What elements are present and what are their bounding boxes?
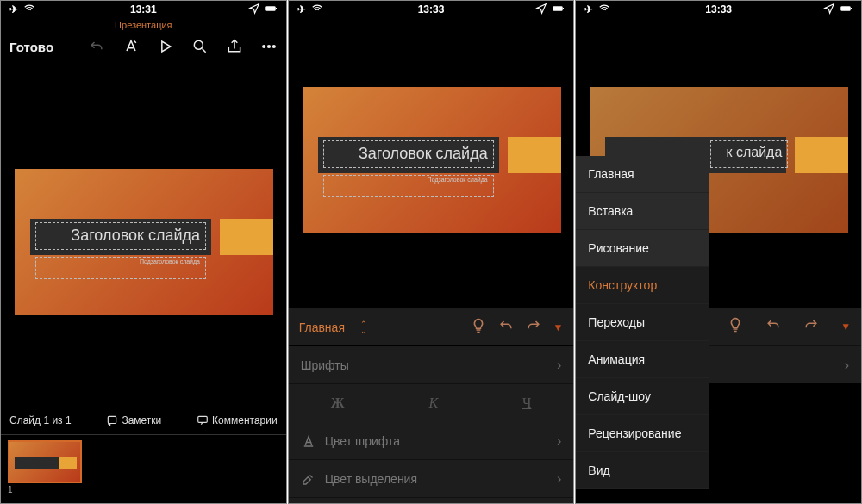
ribbon-row-wordart[interactable]: Стили WordArt ›	[289, 498, 574, 504]
play-icon[interactable]	[157, 37, 174, 56]
slide-title-placeholder[interactable]: Заголовок слайда	[359, 145, 488, 163]
redo-icon[interactable]	[803, 316, 820, 337]
svg-point-4	[268, 46, 271, 48]
screen-3: ✈ 13:33 к слайда	[575, 0, 862, 504]
menu-item-view[interactable]: Вид	[576, 452, 709, 489]
search-icon[interactable]	[191, 37, 209, 56]
slide-preview[interactable]: Заголовок слайда Подзаголовок слайда	[15, 169, 273, 315]
top-toolbar: Готово	[1, 30, 286, 63]
thumbnail-strip: 1	[1, 434, 286, 503]
menu-item-animation[interactable]: Анимация	[576, 341, 709, 378]
status-bar: ✈ 13:33	[289, 1, 574, 18]
svg-point-2	[194, 40, 203, 49]
menu-item-insert[interactable]: Вставка	[576, 193, 709, 230]
svg-rect-6	[109, 416, 116, 423]
share-icon[interactable]	[226, 37, 243, 56]
more-icon[interactable]	[260, 37, 278, 56]
undo-icon[interactable]	[765, 316, 782, 337]
svg-point-5	[273, 46, 276, 48]
status-time: 13:33	[705, 3, 732, 16]
slide-subtitle-placeholder[interactable]: Подзаголовок слайда	[140, 258, 200, 264]
screen-1: ✈ 13:31 Презентация Готово	[0, 0, 287, 504]
undo-icon[interactable]	[497, 317, 515, 338]
slide-counter: Слайд 1 из 1	[9, 414, 72, 426]
notes-label: Заметки	[122, 414, 161, 426]
slide-subtitle-placeholder[interactable]: Подзаголовок слайда	[428, 177, 488, 183]
ribbon-panel: Главная ⌃⌄ ▼ Шрифты › Ж К Ч	[289, 308, 574, 503]
svg-rect-8	[553, 6, 563, 10]
wifi-icon	[598, 3, 610, 17]
collapse-icon[interactable]: ▼	[840, 320, 851, 333]
ribbon-row-textstyle: Ж К Ч	[289, 384, 574, 422]
italic-button[interactable]: К	[428, 395, 438, 411]
comments-button[interactable]: Комментарии	[197, 414, 278, 426]
document-title: Презентация	[1, 18, 286, 30]
tab-updown-icon[interactable]: ⌃⌄	[360, 320, 367, 334]
chevron-right-icon: ›	[557, 433, 561, 449]
location-icon	[823, 3, 835, 17]
status-time: 13:33	[418, 3, 445, 16]
airplane-icon: ✈	[9, 3, 18, 16]
text-format-icon[interactable]	[122, 37, 140, 56]
chevron-right-icon: ›	[557, 358, 561, 373]
airplane-icon: ✈	[584, 3, 593, 16]
done-button[interactable]: Готово	[9, 40, 53, 54]
tab-menu-popup: Главная Вставка Рисование Конструктор Пе…	[576, 156, 709, 489]
battery-icon	[265, 3, 278, 17]
wifi-icon	[311, 3, 323, 17]
battery-icon	[553, 3, 565, 17]
location-icon	[535, 3, 547, 17]
battery-icon	[840, 3, 853, 17]
menu-item-home[interactable]: Главная	[576, 156, 709, 193]
location-icon	[248, 3, 260, 17]
svg-rect-9	[563, 8, 564, 9]
ribbon-header: Главная ⌃⌄ ▼	[289, 308, 574, 346]
svg-rect-0	[265, 6, 275, 10]
screen-2: ✈ 13:33 Заголовок слайда Подзаголовок сл…	[288, 0, 575, 504]
svg-rect-12	[851, 8, 852, 9]
ribbon-row-fonts[interactable]: Шрифты ›	[289, 346, 574, 384]
status-time: 13:31	[130, 3, 157, 16]
status-bar: ✈ 13:31	[1, 1, 286, 18]
ribbon-tab-selector[interactable]: Главная	[299, 320, 345, 334]
collapse-icon[interactable]: ▼	[553, 321, 563, 333]
svg-point-3	[263, 46, 265, 48]
menu-item-review[interactable]: Рецензирование	[576, 415, 709, 452]
underline-button[interactable]: Ч	[522, 395, 531, 411]
menu-item-design[interactable]: Конструктор	[576, 267, 709, 304]
fonts-label: Шрифты	[301, 358, 349, 372]
svg-rect-7	[198, 416, 208, 422]
airplane-icon: ✈	[297, 3, 306, 16]
chevron-right-icon: ›	[845, 358, 849, 373]
slide-thumbnail[interactable]	[8, 440, 82, 483]
lightbulb-icon[interactable]	[470, 317, 487, 338]
slide-title-placeholder[interactable]: к слайда	[726, 145, 782, 160]
ribbon-row-highlight[interactable]: Цвет выделения ›	[289, 460, 574, 498]
footer-bar: Слайд 1 из 1 Заметки Комментарии	[1, 408, 286, 433]
menu-item-slideshow[interactable]: Слайд-шоу	[576, 378, 709, 415]
svg-rect-10	[303, 445, 313, 447]
bold-button[interactable]: Ж	[331, 395, 345, 411]
notes-button[interactable]: Заметки	[106, 414, 161, 426]
menu-item-transitions[interactable]: Переходы	[576, 304, 709, 341]
lightbulb-icon[interactable]	[727, 316, 744, 337]
undo-icon[interactable]	[88, 37, 105, 56]
comments-label: Комментарии	[212, 414, 278, 426]
svg-rect-1	[276, 8, 277, 9]
slide-preview[interactable]: Заголовок слайда Подзаголовок слайда	[303, 87, 561, 233]
highlight-label: Цвет выделения	[325, 472, 417, 486]
slide-title-placeholder[interactable]: Заголовок слайда	[71, 227, 200, 245]
status-bar: ✈ 13:33	[576, 1, 861, 18]
thumbnail-index: 1	[8, 485, 279, 495]
redo-icon[interactable]	[525, 317, 542, 338]
wifi-icon	[23, 3, 35, 17]
menu-item-draw[interactable]: Рисование	[576, 230, 709, 267]
ribbon-row-font-color[interactable]: Цвет шрифта ›	[289, 422, 574, 460]
chevron-right-icon: ›	[557, 471, 561, 487]
font-color-label: Цвет шрифта	[325, 434, 400, 448]
svg-rect-11	[841, 6, 851, 10]
